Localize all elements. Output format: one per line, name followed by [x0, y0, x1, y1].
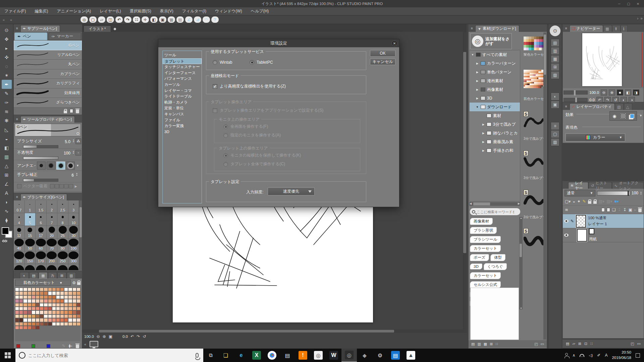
taskbar-clock[interactable]: 20:50 2019/06/18 [612, 350, 631, 360]
enable-mask-icon[interactable]: ▨▾ [599, 199, 604, 204]
color-swatch[interactable] [36, 322, 40, 326]
material-tag-button[interactable]: ブラシツール [470, 236, 501, 243]
brush-size-cell[interactable]: 170 [36, 251, 47, 264]
opacity-spinner[interactable]: ▲▼ [640, 191, 642, 195]
color-swatch[interactable] [28, 322, 32, 326]
color-swatch[interactable] [36, 295, 40, 299]
tool-icon[interactable]: ◒ [2, 134, 12, 143]
footer-icon[interactable]: ▭ [637, 342, 641, 346]
item-bank-tab[interactable]: ▦ [603, 25, 612, 32]
brush-size-cell[interactable]: 2 [47, 200, 58, 213]
command-button[interactable]: ◠ [202, 16, 210, 23]
color-swatch[interactable] [40, 310, 44, 314]
pen-list-item[interactable]: 丸ペン [14, 60, 82, 69]
brush-size-cell[interactable]: 15 [25, 226, 36, 239]
merge-down-icon[interactable]: ↧ [618, 207, 621, 212]
color-swatch[interactable] [60, 299, 64, 303]
color-swatch[interactable] [76, 310, 80, 314]
color-swatch[interactable] [19, 310, 23, 314]
color-swatch[interactable] [52, 314, 56, 318]
color-set-dropdown[interactable]: 肌色カラーセット ▼ [15, 280, 71, 286]
scroll-right-icon[interactable]: › [637, 16, 638, 21]
palette-menu-icon[interactable]: ≡ [563, 103, 570, 110]
brush-size-cell[interactable]: 0.7 [14, 200, 25, 213]
color-swatch[interactable] [32, 307, 36, 310]
brush-size-cell[interactable] [25, 264, 36, 270]
tool-icon[interactable]: A [2, 188, 12, 197]
color-swatch[interactable] [40, 288, 44, 291]
taskbar-app-icon[interactable]: ◎ [341, 349, 357, 362]
rotate-right-icon[interactable]: ↷ [137, 334, 140, 339]
zoom-in-icon[interactable]: ⊕ [103, 334, 106, 339]
color-swatch[interactable] [23, 303, 27, 307]
command-button[interactable]: ✛ [141, 16, 149, 23]
color-swatch[interactable] [40, 303, 44, 307]
vector-snap-expand-icon[interactable]: ▶ [75, 185, 77, 188]
color-swatch[interactable] [40, 318, 44, 322]
color-swatch[interactable] [23, 326, 27, 329]
color-swatch[interactable] [19, 299, 23, 303]
action-center-icon[interactable] [636, 353, 640, 358]
brush-size-tab[interactable]: ✒ブラシサイズ[Gペン] [20, 194, 67, 200]
color-swatch[interactable] [76, 291, 80, 295]
layer-thumbnail[interactable] [576, 215, 586, 228]
color-swatch[interactable] [19, 295, 23, 299]
settings-category-item[interactable]: タブレット [163, 58, 202, 64]
tool-icon[interactable]: ◗ [2, 197, 12, 206]
material-tag-button[interactable]: 体型 [490, 254, 505, 261]
taskbar-app-icon[interactable] [264, 349, 280, 362]
zoom-out-icon[interactable]: ⊖ [601, 89, 607, 96]
color-swatch[interactable] [48, 314, 52, 318]
pen-list-item[interactable]: カリグラフィ [14, 79, 82, 88]
command-button[interactable]: ▱ [98, 16, 106, 23]
tool-icon[interactable]: ≋ [2, 107, 12, 116]
color-swatch[interactable] [32, 326, 36, 329]
color-swatch[interactable] [19, 288, 23, 291]
main-color-swatch[interactable] [2, 227, 9, 235]
color-swatch[interactable] [64, 310, 68, 314]
color-swatch[interactable] [52, 291, 56, 295]
color-swatch[interactable] [23, 314, 27, 318]
blue-swatch[interactable] [47, 344, 50, 348]
tree-expander-icon[interactable]: ▶ [476, 88, 479, 91]
vector-snap-opt[interactable] [50, 184, 54, 188]
settings-category-item[interactable]: キャンバス [163, 111, 202, 117]
color-swatch[interactable] [40, 291, 44, 295]
color-swatch[interactable] [44, 288, 48, 291]
color-swatch[interactable] [68, 288, 72, 291]
color-swatch[interactable] [72, 295, 76, 299]
red-swatch[interactable] [16, 344, 20, 348]
color-swatch[interactable] [23, 299, 27, 303]
rotate-left-icon[interactable]: ↶ [130, 334, 134, 339]
material-tree-item[interactable]: ▶ 漫画素材 [470, 76, 520, 85]
color-swatch[interactable] [64, 318, 68, 322]
color-swatch[interactable] [60, 303, 64, 307]
color-swatch[interactable] [72, 322, 76, 326]
settings-category-item[interactable]: 定規・単位 [163, 105, 202, 111]
taskbar-app-icon[interactable]: ! [295, 349, 311, 362]
color-swatch[interactable] [52, 310, 56, 314]
transparent-color-swatch[interactable] [2, 239, 8, 243]
dock-panel-icon[interactable]: ▤ [551, 39, 559, 47]
color-swatch[interactable] [44, 299, 48, 303]
color-swatch[interactable] [76, 318, 80, 322]
color-swatch[interactable] [32, 295, 36, 299]
pen-list-item[interactable]: カブラペン [14, 69, 82, 79]
taskbar-app-icon[interactable]: ▲ [403, 349, 419, 362]
brush-size-cell[interactable]: 10 [68, 213, 79, 226]
footer-icon[interactable]: ▤ [566, 342, 569, 346]
visibility-eye-icon[interactable] [564, 234, 569, 237]
lock-layer-icon[interactable] [588, 201, 591, 204]
settings-category-item[interactable]: 軌跡・カメラ [163, 100, 202, 106]
color-swatch[interactable] [48, 288, 52, 291]
palette-menu-icon[interactable]: ≡ [14, 116, 20, 123]
color-swatch[interactable] [23, 291, 27, 295]
dialog-titlebar[interactable]: 環境設定 ✕ [158, 39, 399, 47]
color-swatch[interactable] [64, 307, 68, 310]
color-swatch[interactable] [68, 295, 72, 299]
color-swatch[interactable] [28, 314, 32, 318]
command-button[interactable]: ▣ [159, 16, 167, 23]
brush-size-cell[interactable]: 2.5 [57, 200, 68, 213]
color-swatch[interactable] [56, 295, 60, 299]
collapse-icon[interactable]: « [84, 342, 86, 346]
